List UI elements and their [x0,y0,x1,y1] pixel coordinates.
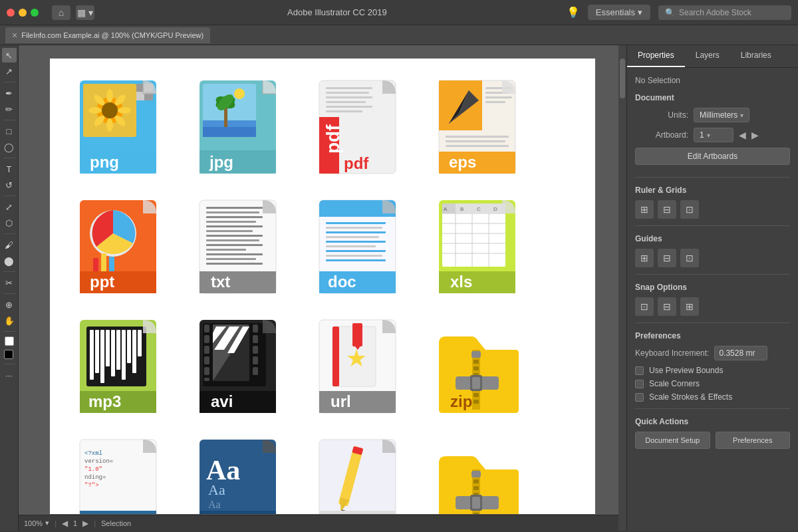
document-setup-button[interactable]: Document Setup [635,432,710,449]
pixel-grid-icon[interactable]: ⊡ [680,200,699,219]
canvas-area[interactable]: png [19,45,626,531]
essentials-button[interactable]: Essentials ▾ [588,5,650,20]
preferences-button[interactable]: Preferences [716,432,791,449]
svg-rect-62 [206,235,263,237]
svg-rect-30 [326,92,369,94]
snap-icon-3[interactable]: ⊞ [680,297,699,316]
home-icon[interactable]: ⌂ [52,5,70,20]
artboard-select[interactable]: 1 ▾ [694,128,733,142]
snap-icon-2[interactable]: ⊟ [658,297,676,316]
ellipse-tool[interactable]: ◯ [2,140,17,154]
next-artboard-icon[interactable]: ▶ [751,130,759,140]
direct-select-tool[interactable]: ↗ [2,64,17,78]
pen-tool[interactable]: ✒ [2,86,17,100]
svg-text:D: D [493,206,497,212]
toolbar-separator [3,120,15,120]
svg-rect-191 [472,497,480,509]
rectangle-tool[interactable]: □ [2,124,17,138]
svg-rect-52 [109,257,114,271]
close-button[interactable] [7,9,15,17]
svg-rect-33 [326,106,372,108]
type-tool[interactable]: T [2,162,17,176]
edit-artboards-button[interactable]: Edit Artboards [635,148,790,165]
svg-rect-65 [206,249,246,251]
zip-icon: zip [436,317,529,420]
zoom-tool[interactable]: ⊕ [2,297,17,312]
paintbrush-tool[interactable]: 🖌 [2,237,17,252]
prev-artboard-icon[interactable]: ◀ [739,130,746,140]
toolbar-separator [3,82,15,82]
grid-icon[interactable]: ⊟ [658,200,676,219]
guides-clear-icon[interactable]: ⊡ [680,249,699,267]
tab-properties[interactable]: Properties [627,45,685,67]
svg-text:<?xml: <?xml [84,450,102,457]
keyboard-increment-row: Keyboard Increment: 0.3528 mr [635,346,790,360]
svg-point-4 [106,89,113,102]
next-artboard-button[interactable]: ▶ [82,519,88,528]
zoom-controls[interactable]: 100% ▾ [24,519,49,527]
tab-close-icon[interactable]: × [12,30,17,41]
select-tool[interactable]: ↖ [2,48,17,63]
scale-tool[interactable]: ⤢ [2,200,17,214]
snap-icons: ⊡ ⊟ ⊞ [635,297,790,316]
more-tools[interactable]: ··· [2,368,17,382]
svg-rect-78 [326,241,386,243]
hand-tool[interactable]: ✋ [2,313,17,328]
artboard-value: 1 [700,130,704,140]
stroke-color[interactable] [4,350,13,359]
tab-libraries[interactable]: Libraries [730,45,782,67]
fill-color[interactable] [5,336,14,346]
guides-lock-icon[interactable]: ⊟ [658,249,676,267]
scale-strokes-checkbox[interactable] [635,393,644,402]
rotate-tool[interactable]: ↺ [2,178,17,192]
zoom-dropdown-icon[interactable]: ▾ [45,519,49,527]
lightbulb-icon: 💡 [567,6,580,19]
svg-text:pdf: pdf [344,154,369,172]
svg-rect-75 [326,227,382,229]
reflect-tool[interactable]: ⬡ [2,215,17,230]
search-stock-input[interactable]: 🔍 Search Adobe Stock [658,5,791,20]
svg-rect-126 [204,378,209,381]
minimize-button[interactable] [19,9,27,17]
ruler-icon[interactable]: ⊞ [635,200,654,219]
svg-rect-115 [132,330,136,373]
svg-rect-116 [138,330,142,356]
svg-rect-147 [473,366,479,370]
toolbar-separator [3,233,15,234]
tab-layers[interactable]: Layers [685,45,730,67]
snap-options-header: Snap Options [635,283,790,292]
fullscreen-button[interactable] [31,9,39,17]
eps-icon: eps [436,77,529,180]
keyboard-increment-input[interactable]: 0.3528 mr [714,346,767,360]
artboard-row: Artboard: 1 ▾ ◀ ▶ [635,128,790,142]
workspace-icon[interactable]: ▦ ▾ [76,5,94,20]
svg-rect-59 [206,221,256,223]
blob-brush-tool[interactable]: ⬤ [2,253,17,268]
ppt-icon: ppt [76,197,170,300]
app-title: Adobe Illustrator CC 2019 [108,7,567,17]
svg-rect-130 [253,356,258,364]
panel-content: No Selection Document Units: Millimeters… [627,68,798,531]
scissors-tool[interactable]: ✂ [2,275,17,290]
prev-artboard-button[interactable]: ◀ [62,519,68,528]
scale-corners-checkbox[interactable] [635,380,644,388]
svg-text:doc: doc [328,273,356,291]
guides-show-icon[interactable]: ⊞ [635,249,654,267]
guides-header: Guides [635,234,790,243]
document-tab[interactable]: × FileInfo.com Example.ai @ 100% (CMYK/G… [5,27,210,43]
scroll-thumb[interactable] [620,59,625,98]
units-select[interactable]: Millimeters ▾ [694,108,749,122]
list-item: A B C D xls [429,192,535,305]
svg-text:A: A [444,206,448,212]
snap-icon-1[interactable]: ⊡ [635,297,654,316]
pencil-tool[interactable]: ✏ [2,102,17,116]
canvas-scrollbar[interactable] [618,45,626,531]
units-label: Units: [635,110,688,120]
use-preview-bounds-checkbox[interactable] [635,366,644,375]
svg-rect-181 [473,479,479,483]
quick-actions-header: Quick Actions [635,417,790,426]
svg-rect-51 [101,253,106,271]
svg-text:url: url [331,392,351,410]
svg-text:Aa: Aa [208,481,225,498]
use-preview-bounds-row: Use Preview Bounds [635,366,790,375]
